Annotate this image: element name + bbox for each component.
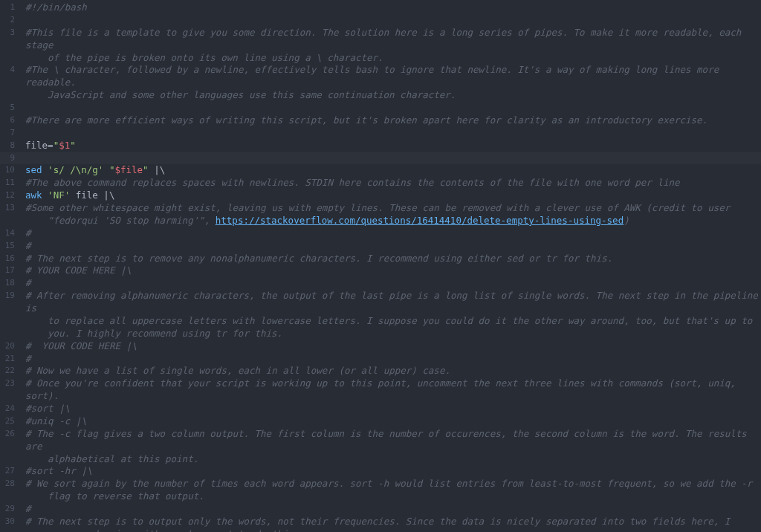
code-content[interactable]: # [21,227,761,240]
code-line[interactable]: 19# After removing alphanumeric characte… [0,290,761,340]
line-number: 9 [0,152,21,164]
code-token: # The -c flag gives a two column output.… [25,428,752,452]
code-line[interactable]: 26# The -c flag gives a two column outpu… [0,428,761,466]
code-token: # The next step is to output only the wo… [25,516,730,527]
code-content[interactable]: # YOUR CODE HERE |\ [21,265,761,277]
code-content[interactable]: sed 's/ /\n/g' "$file" |\ [21,164,761,177]
code-line[interactable]: 5 [0,102,761,114]
code-line[interactable]: 1#!/bin/bash [0,1,761,14]
code-line[interactable]: 6#There are more efficient ways of writi… [0,114,761,127]
code-token: sed [25,164,48,175]
code-line[interactable]: 9 [0,152,761,165]
code-line[interactable]: 20# YOUR CODE HERE |\ [0,340,761,353]
code-token: #The \ character, followed by a newline,… [25,64,725,88]
code-line[interactable]: 11#The above command replaces spaces wit… [0,177,761,189]
line-number: 16 [0,253,21,265]
line-number: 23 [0,377,21,389]
code-content[interactable]: #The above command replaces spaces with … [21,177,761,189]
code-content[interactable]: #Some other whitespace might exist, leav… [21,202,761,227]
line-number: 3 [0,27,21,39]
code-content[interactable] [21,152,761,165]
code-content[interactable]: # YOUR CODE HERE |\ [21,340,761,353]
code-line[interactable]: 28# We sort again by the number of times… [0,478,761,503]
code-content[interactable]: # The -c flag gives a two column output.… [21,428,761,466]
line-number: 29 [0,503,21,515]
code-content[interactable]: awk 'NF' file |\ [21,189,761,202]
code-content[interactable]: #sort |\ [21,403,761,415]
code-content[interactable]: # [21,240,761,253]
code-content[interactable]: # [21,353,761,366]
code-line[interactable]: 14# [0,227,761,240]
code-token: #The above command replaces spaces with … [25,177,680,188]
wrapped-continuation: to replace all uppercase letters with lo… [25,315,761,328]
code-content[interactable]: #This file is a template to give you som… [21,27,761,65]
code-token: https://stackoverflow.com/questions/1641… [216,215,624,226]
code-token [103,164,109,175]
code-line[interactable]: 10sed 's/ /\n/g' "$file" |\ [0,164,761,177]
code-line[interactable]: 8file="$1" [0,140,761,152]
code-line[interactable]: 21# [0,353,761,366]
line-number: 8 [0,140,21,152]
code-line[interactable]: 24#sort |\ [0,403,761,415]
code-token: #uniq -c |\ [25,415,87,426]
code-content[interactable]: # We sort again by the number of times e… [21,478,761,503]
code-line[interactable]: 2 [0,14,761,27]
wrapped-continuation: flag to reverse that output. [25,490,761,503]
code-line[interactable]: 12awk 'NF' file |\ [0,189,761,202]
code-line[interactable]: 17# YOUR CODE HERE |\ [0,265,761,277]
code-line[interactable]: 15# [0,240,761,253]
code-content[interactable]: # After removing alphanumeric characters… [21,290,761,340]
code-line[interactable]: 16# The next step is to remove any nonal… [0,253,761,265]
code-line[interactable]: 25#uniq -c |\ [0,415,761,428]
code-token: # [25,353,31,364]
code-editor[interactable]: 1#!/bin/bash2 3#This file is a template … [0,0,761,532]
code-content[interactable]: # [21,277,761,290]
code-content[interactable]: #sort -hr |\ [21,465,761,478]
code-token: flag to reverse that output. [48,490,204,502]
line-number: 27 [0,465,21,477]
code-content[interactable] [21,127,761,140]
line-number: 22 [0,365,21,377]
code-line[interactable]: 7 [0,127,761,140]
code-content[interactable]: # [21,503,761,516]
code-line[interactable]: 30# The next step is to output only the … [0,516,761,532]
code-line[interactable]: 18# [0,277,761,290]
code-line[interactable]: 23# Once you're confident that your scri… [0,377,761,403]
line-number: 10 [0,164,21,176]
code-token: # [25,227,31,239]
line-number: 24 [0,403,21,415]
code-token: $1 [59,140,70,151]
wrapped-continuation: JavaScript and some other languages use … [25,89,761,102]
line-number: 21 [0,353,21,365]
code-line[interactable]: 22# Now we have a list of single words, … [0,365,761,377]
line-number: 19 [0,290,21,302]
line-number: 15 [0,240,21,252]
code-line[interactable]: 4#The \ character, followed by a newline… [0,64,761,102]
code-token: #sort -hr |\ [25,465,92,476]
code-token: " [143,164,149,175]
code-line[interactable]: 13#Some other whitespace might exist, le… [0,202,761,227]
code-content[interactable]: # Now we have a list of single words, ea… [21,365,761,377]
code-content[interactable]: #There are more efficient ways of writin… [21,114,761,127]
code-token: # After removing alphanumeric characters… [25,290,761,314]
line-number: 28 [0,478,21,490]
code-content[interactable]: #uniq -c |\ [21,415,761,428]
code-token: # YOUR CODE HERE |\ [25,340,137,351]
code-line[interactable]: 3#This file is a template to give you so… [0,27,761,65]
code-content[interactable]: #The \ character, followed by a newline,… [21,64,761,102]
code-content[interactable] [21,14,761,27]
code-content[interactable]: # Once you're confident that your script… [21,377,761,403]
line-number: 12 [0,189,21,201]
code-token: #!/bin/bash [25,1,87,13]
line-number: 6 [0,114,21,126]
code-line[interactable]: 27#sort -hr |\ [0,465,761,478]
code-token: # YOUR CODE HERE |\ [25,265,132,276]
code-line[interactable]: 29# [0,503,761,516]
code-content[interactable]: #!/bin/bash [21,1,761,14]
code-content[interactable]: # The next step is to remove any nonalph… [21,253,761,265]
code-content[interactable] [21,102,761,114]
code-token: #This file is a template to give you som… [25,27,747,51]
code-content[interactable]: # The next step is to output only the wo… [21,516,761,532]
line-number: 26 [0,428,21,440]
code-content[interactable]: file="$1" [21,140,761,152]
